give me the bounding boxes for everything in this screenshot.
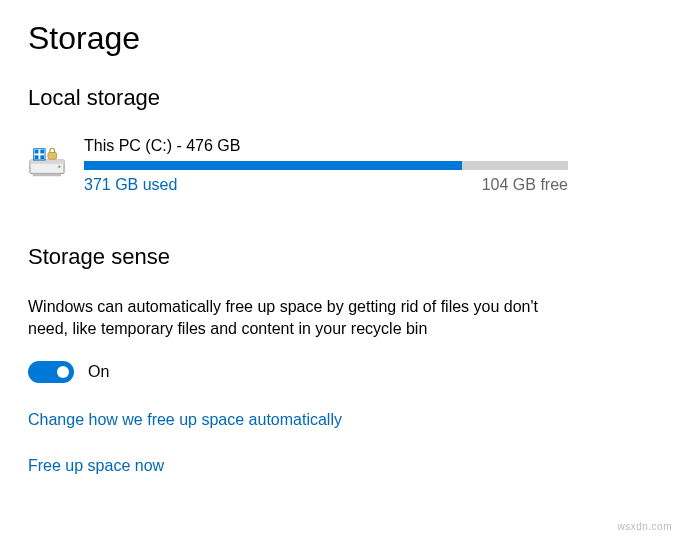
change-free-up-link[interactable]: Change how we free up space automaticall… (28, 411, 652, 429)
svg-point-3 (58, 166, 60, 168)
free-up-now-link[interactable]: Free up space now (28, 457, 652, 475)
disk-label: This PC (C:) - 476 GB (84, 137, 652, 155)
disk-free-text: 104 GB free (482, 176, 568, 194)
svg-rect-9 (48, 153, 57, 160)
disk-used-text: 371 GB used (84, 176, 177, 194)
watermark: wsxdn.com (617, 521, 672, 532)
disk-row[interactable]: This PC (C:) - 476 GB 371 GB used 104 GB… (28, 137, 652, 194)
toggle-knob (57, 366, 69, 378)
drive-icon (28, 143, 66, 181)
svg-rect-6 (40, 150, 44, 154)
disk-usage-fill (84, 161, 462, 170)
storage-sense-description: Windows can automatically free up space … (28, 296, 548, 341)
storage-sense-heading: Storage sense (28, 244, 652, 270)
svg-rect-8 (40, 155, 44, 159)
svg-rect-2 (33, 173, 62, 176)
svg-rect-5 (35, 150, 39, 154)
page-title: Storage (28, 20, 652, 57)
svg-rect-1 (30, 160, 64, 164)
local-storage-heading: Local storage (28, 85, 652, 111)
storage-sense-toggle[interactable] (28, 361, 74, 383)
svg-rect-7 (35, 155, 39, 159)
toggle-state-label: On (88, 363, 109, 381)
disk-usage-bar (84, 161, 568, 170)
